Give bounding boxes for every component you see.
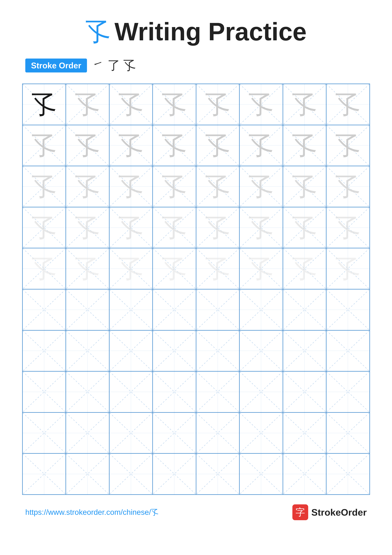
svg-line-93 bbox=[283, 290, 326, 330]
grid-cell[interactable] bbox=[66, 371, 109, 412]
grid-cell[interactable]: 孓 bbox=[66, 125, 109, 166]
grid-cell[interactable] bbox=[239, 289, 283, 330]
grid-cell[interactable] bbox=[326, 453, 370, 495]
grid-cell[interactable] bbox=[283, 371, 326, 412]
grid-cell[interactable] bbox=[66, 453, 109, 495]
svg-line-90 bbox=[240, 290, 283, 330]
grid-cell[interactable]: 孓 bbox=[153, 207, 196, 248]
grid-cell[interactable]: 孓 bbox=[22, 84, 66, 125]
footer-url[interactable]: https://www.strokeorder.com/chinese/孓 bbox=[25, 507, 159, 517]
grid-cell[interactable] bbox=[239, 371, 283, 412]
grid-cell[interactable] bbox=[283, 289, 326, 330]
grid-cell[interactable]: 孓 bbox=[326, 84, 370, 125]
grid-cell[interactable]: 孓 bbox=[326, 125, 370, 166]
grid-cell[interactable]: 孓 bbox=[66, 207, 109, 248]
grid-cell[interactable]: 孓 bbox=[196, 125, 240, 166]
practice-grid: 孓 孓 孓 孓 bbox=[22, 84, 370, 495]
grid-cell[interactable]: 孓 bbox=[153, 84, 196, 125]
grid-cell[interactable] bbox=[109, 412, 153, 453]
grid-cell[interactable] bbox=[196, 371, 240, 412]
grid-cell[interactable]: 孓 bbox=[283, 125, 326, 166]
grid-cell[interactable]: 孓 bbox=[196, 84, 240, 125]
svg-line-138 bbox=[240, 413, 283, 453]
grid-cell[interactable]: 孓 bbox=[196, 166, 240, 207]
grid-cell[interactable]: 孓 bbox=[153, 248, 196, 289]
grid-cell[interactable] bbox=[66, 289, 109, 330]
stroke-step-2: 了 bbox=[107, 57, 120, 74]
grid-cell[interactable]: 孓 bbox=[326, 207, 370, 248]
practice-char: 孓 bbox=[75, 174, 100, 199]
grid-cell[interactable] bbox=[153, 289, 196, 330]
grid-cell[interactable] bbox=[153, 330, 196, 372]
grid-cell[interactable]: 孓 bbox=[66, 248, 109, 289]
grid-cell[interactable] bbox=[326, 289, 370, 330]
svg-line-112 bbox=[23, 372, 66, 412]
grid-cell[interactable] bbox=[109, 289, 153, 330]
grid-cell[interactable] bbox=[22, 330, 66, 372]
svg-line-137 bbox=[196, 413, 239, 453]
svg-line-86 bbox=[153, 290, 196, 330]
grid-cell[interactable]: 孓 bbox=[109, 207, 153, 248]
grid-cell[interactable]: 孓 bbox=[326, 248, 370, 289]
grid-cell[interactable] bbox=[109, 371, 153, 412]
grid-cell[interactable]: 孓 bbox=[109, 166, 153, 207]
grid-cell[interactable]: 孓 bbox=[66, 166, 109, 207]
grid-cell[interactable] bbox=[22, 371, 66, 412]
grid-cell[interactable]: 孓 bbox=[22, 166, 66, 207]
grid-cell[interactable]: 孓 bbox=[239, 248, 283, 289]
grid-cell[interactable] bbox=[239, 453, 283, 495]
grid-cell[interactable] bbox=[196, 453, 240, 495]
grid-cell[interactable] bbox=[196, 289, 240, 330]
svg-line-134 bbox=[153, 413, 196, 453]
grid-cell[interactable] bbox=[239, 412, 283, 453]
grid-cell[interactable]: 孓 bbox=[239, 166, 283, 207]
grid-cell[interactable] bbox=[326, 412, 370, 453]
grid-cell[interactable]: 孓 bbox=[239, 125, 283, 166]
svg-line-135 bbox=[153, 413, 196, 453]
grid-cell[interactable]: 孓 bbox=[153, 166, 196, 207]
grid-cell[interactable] bbox=[153, 371, 196, 412]
grid-cell[interactable] bbox=[283, 330, 326, 372]
grid-cell[interactable] bbox=[283, 453, 326, 495]
grid-cell[interactable] bbox=[153, 453, 196, 495]
grid-cell[interactable] bbox=[22, 289, 66, 330]
grid-cell[interactable] bbox=[66, 412, 109, 453]
grid-cell[interactable]: 孓 bbox=[66, 84, 109, 125]
practice-char: 孓 bbox=[31, 256, 57, 281]
grid-cell[interactable]: 孓 bbox=[109, 125, 153, 166]
grid-cell[interactable]: 孓 bbox=[283, 84, 326, 125]
grid-cell[interactable] bbox=[109, 453, 153, 495]
practice-char: 孓 bbox=[335, 256, 361, 281]
svg-line-159 bbox=[327, 454, 369, 494]
grid-cell[interactable] bbox=[66, 330, 109, 372]
grid-cell[interactable] bbox=[109, 330, 153, 372]
grid-cell[interactable]: 孓 bbox=[196, 248, 240, 289]
practice-char: 孓 bbox=[118, 92, 143, 117]
grid-cell[interactable]: 孓 bbox=[239, 84, 283, 125]
grid-cell[interactable] bbox=[196, 330, 240, 372]
grid-cell[interactable] bbox=[239, 330, 283, 372]
grid-cell[interactable] bbox=[196, 412, 240, 453]
grid-cell[interactable]: 孓 bbox=[239, 207, 283, 248]
grid-cell[interactable]: 孓 bbox=[283, 207, 326, 248]
svg-line-131 bbox=[66, 413, 109, 453]
grid-cell[interactable]: 孓 bbox=[22, 207, 66, 248]
grid-cell[interactable] bbox=[22, 453, 66, 495]
grid-cell[interactable]: 孓 bbox=[196, 207, 240, 248]
grid-cell[interactable]: 孓 bbox=[153, 125, 196, 166]
grid-cell[interactable] bbox=[283, 412, 326, 453]
grid-cell[interactable]: 孓 bbox=[283, 166, 326, 207]
grid-cell[interactable] bbox=[326, 330, 370, 372]
brand-name: StrokeOrder bbox=[311, 507, 367, 518]
grid-cell[interactable]: 孓 bbox=[109, 248, 153, 289]
grid-cell[interactable]: 孓 bbox=[22, 248, 66, 289]
grid-cell[interactable] bbox=[22, 412, 66, 453]
grid-cell[interactable]: 孓 bbox=[22, 125, 66, 166]
grid-cell[interactable]: 孓 bbox=[109, 84, 153, 125]
grid-cell[interactable]: 孓 bbox=[283, 248, 326, 289]
svg-line-88 bbox=[196, 290, 239, 330]
grid-cell[interactable]: 孓 bbox=[326, 166, 370, 207]
grid-cell[interactable] bbox=[326, 371, 370, 412]
grid-cell[interactable] bbox=[153, 412, 196, 453]
practice-char: 孓 bbox=[75, 133, 100, 158]
